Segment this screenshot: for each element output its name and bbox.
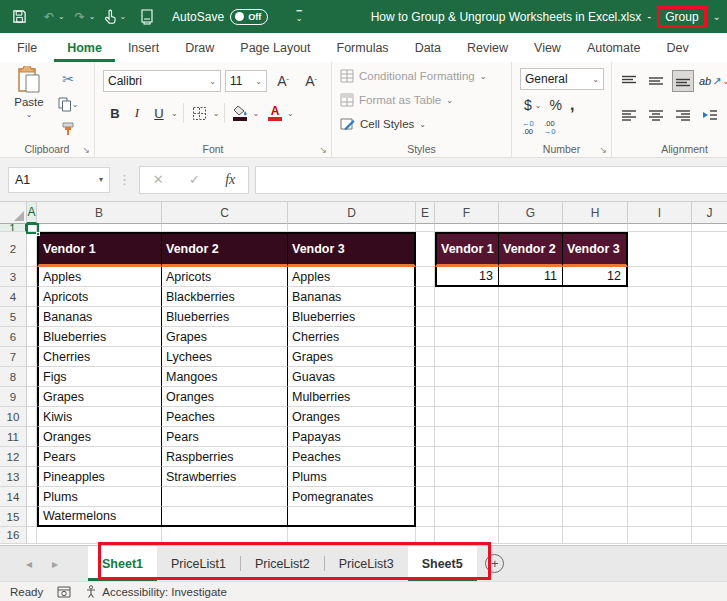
cell-H14[interactable] — [563, 487, 628, 507]
cell-styles-button[interactable]: Cell Styles ⌄ — [340, 117, 426, 131]
cell-C10[interactable]: Peaches — [162, 407, 288, 427]
decrease-indent-icon[interactable] — [699, 104, 721, 126]
undo-chevron-icon[interactable]: ⌄ — [58, 12, 65, 21]
enter-button[interactable]: ✓ — [189, 172, 200, 187]
cell-J16[interactable] — [692, 527, 727, 544]
cell-H3[interactable]: 12 — [563, 267, 628, 287]
font-size-select[interactable]: 11 ⌄ — [225, 70, 267, 92]
bottom-align-icon[interactable] — [672, 70, 694, 92]
col-header-E[interactable]: E — [416, 202, 435, 224]
align-center-icon[interactable] — [645, 104, 667, 126]
cell-F6[interactable] — [435, 327, 499, 347]
cell-A14[interactable] — [27, 487, 37, 507]
row-header-8[interactable]: 8 — [0, 367, 27, 387]
cell-I3[interactable] — [628, 267, 692, 287]
row-header-3[interactable]: 3 — [0, 267, 27, 287]
cell-D15[interactable] — [288, 507, 416, 527]
cell-E5[interactable] — [416, 307, 435, 327]
copy-icon[interactable]: ⌄ — [56, 93, 80, 115]
row-header-7[interactable]: 7 — [0, 347, 27, 367]
cell-H11[interactable] — [563, 427, 628, 447]
cell-I5[interactable] — [628, 307, 692, 327]
cell-J9[interactable] — [692, 387, 727, 407]
cell-H1[interactable] — [563, 224, 628, 232]
tab-page-layout[interactable]: Page Layout — [227, 33, 323, 62]
quick-access-chevron-icon[interactable]: ▔⌄ — [284, 5, 314, 29]
row-header-4[interactable]: 4 — [0, 287, 27, 307]
cell-I15[interactable] — [628, 507, 692, 527]
cell-H15[interactable] — [563, 507, 628, 527]
cell-J13[interactable] — [692, 467, 727, 487]
cell-C11[interactable]: Pears — [162, 427, 288, 447]
col-header-I[interactable]: I — [628, 202, 692, 224]
comma-format-button[interactable]: , — [570, 96, 574, 114]
cell-B15[interactable]: Watermelons — [37, 507, 162, 527]
cell-H13[interactable] — [563, 467, 628, 487]
cell-J14[interactable] — [692, 487, 727, 507]
name-box-chevron-icon[interactable]: ▾ — [99, 175, 103, 184]
cell-F7[interactable] — [435, 347, 499, 367]
col-header-D[interactable]: D — [288, 202, 416, 224]
cell-B14[interactable]: Plums — [37, 487, 162, 507]
cell-C16[interactable] — [162, 527, 288, 544]
cell-G8[interactable] — [499, 367, 563, 387]
cell-D8[interactable]: Guavas — [288, 367, 416, 387]
cell-E8[interactable] — [416, 367, 435, 387]
cell-D4[interactable]: Bananas — [288, 287, 416, 307]
tab-file[interactable]: File — [0, 33, 54, 62]
cell-B9[interactable]: Grapes — [37, 387, 162, 407]
cell-H6[interactable] — [563, 327, 628, 347]
cell-F4[interactable] — [435, 287, 499, 307]
cell-A3[interactable] — [27, 267, 37, 287]
cell-D1[interactable] — [288, 224, 416, 232]
cell-C2[interactable]: Vendor 2 — [162, 232, 288, 267]
row-header-12[interactable]: 12 — [0, 447, 27, 467]
cell-F16[interactable] — [435, 527, 499, 544]
orientation-button[interactable]: ab↗⌄ — [699, 75, 727, 88]
cell-F9[interactable] — [435, 387, 499, 407]
formula-input[interactable] — [255, 166, 727, 194]
increase-font-size-button[interactable]: Aˆ — [271, 70, 295, 92]
tab-developer[interactable]: Dev — [653, 33, 701, 62]
col-header-H[interactable]: H — [563, 202, 628, 224]
new-sheet-button[interactable]: + — [485, 554, 504, 573]
sheet-nav-right-icon[interactable]: ▸ — [42, 546, 68, 581]
cell-I10[interactable] — [628, 407, 692, 427]
cell-B16[interactable] — [37, 527, 162, 544]
cell-F1[interactable] — [435, 224, 499, 232]
save-icon[interactable] — [4, 5, 34, 29]
row-header-11[interactable]: 11 — [0, 427, 27, 447]
row-header-14[interactable]: 14 — [0, 487, 27, 507]
cell-E13[interactable] — [416, 467, 435, 487]
fill-color-chevron-icon[interactable]: ⌄ — [252, 109, 259, 118]
cell-E4[interactable] — [416, 287, 435, 307]
formula-bar-grip[interactable]: ⋮ — [118, 172, 131, 187]
align-left-icon[interactable] — [618, 104, 640, 126]
cell-F5[interactable] — [435, 307, 499, 327]
cell-A12[interactable] — [27, 447, 37, 467]
tab-home[interactable]: Home — [54, 33, 115, 62]
cell-G15[interactable] — [499, 507, 563, 527]
accessibility-status[interactable]: Accessibility: Investigate — [85, 585, 227, 598]
cell-G16[interactable] — [499, 527, 563, 544]
row-header-9[interactable]: 9 — [0, 387, 27, 407]
row-header-1[interactable]: 1 — [0, 224, 27, 232]
cell-C3[interactable]: Apricots — [162, 267, 288, 287]
cell-J12[interactable] — [692, 447, 727, 467]
sheet-tab-sheet1[interactable]: Sheet1 — [88, 546, 157, 581]
title-chevron-icon[interactable]: ⌄ — [713, 11, 721, 22]
cell-B13[interactable]: Pineapples — [37, 467, 162, 487]
cell-I13[interactable] — [628, 467, 692, 487]
tab-data[interactable]: Data — [402, 33, 454, 62]
cell-G3[interactable]: 11 — [499, 267, 563, 287]
cell-A16[interactable] — [27, 527, 37, 544]
cell-J15[interactable] — [692, 507, 727, 527]
cell-B5[interactable]: Bananas — [37, 307, 162, 327]
cell-G11[interactable] — [499, 427, 563, 447]
cell-I14[interactable] — [628, 487, 692, 507]
cancel-button[interactable]: ✕ — [153, 172, 164, 187]
cell-D9[interactable]: Mulberries — [288, 387, 416, 407]
cell-D7[interactable]: Grapes — [288, 347, 416, 367]
bold-button[interactable]: B — [105, 102, 125, 124]
cell-J2[interactable] — [692, 232, 727, 267]
